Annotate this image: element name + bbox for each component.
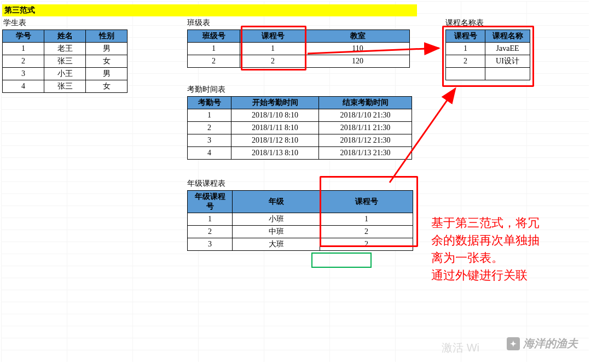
- cell: 张三: [44, 55, 86, 68]
- cell: 男: [86, 68, 128, 80]
- cell: [446, 68, 485, 80]
- cell: 2018/1/10 21:30: [319, 109, 412, 122]
- class-caption: 班级表: [187, 17, 210, 28]
- th-att-id: 考勤号: [188, 97, 231, 109]
- cell: 1: [446, 43, 485, 55]
- cell: UI设计: [485, 55, 530, 68]
- cell: 2018/1/12 21:30: [319, 134, 412, 147]
- wechat-icon: ✦: [507, 337, 520, 350]
- cell: 3: [188, 238, 233, 251]
- student-table: 学号 姓名 性别 1老王男 2张三女 3小王男 4张三女: [2, 30, 128, 93]
- cell: 1: [240, 43, 306, 55]
- course-caption: 课程名称表: [445, 17, 484, 28]
- cell: 小王: [44, 68, 86, 80]
- cell: 2: [240, 55, 306, 68]
- cell: 1: [188, 109, 231, 122]
- anno-line-1: 基于第三范式，将冗: [431, 214, 540, 232]
- watermark-text: 海洋的渔夫: [523, 336, 578, 351]
- cell: 2018/1/13 8:10: [231, 147, 319, 160]
- watermark: ✦ 海洋的渔夫: [507, 336, 578, 351]
- cell: 1: [3, 43, 44, 55]
- cell: 2: [188, 226, 233, 238]
- th-class-room: 教室: [306, 30, 410, 43]
- cell: 1: [320, 213, 413, 226]
- cell: 2: [188, 55, 240, 68]
- th-student-gender: 性别: [86, 30, 128, 43]
- gradecourse-caption: 年级课程表: [187, 178, 225, 189]
- th-gc-id: 年级课程号: [188, 191, 233, 213]
- cell: 大班: [233, 238, 320, 251]
- cell: 2018/1/11 8:10: [231, 122, 319, 134]
- attendance-caption: 考勤时间表: [187, 84, 225, 95]
- cell: 张三: [44, 80, 86, 93]
- cell: 1: [188, 213, 233, 226]
- anno-line-4: 通过外键进行关联: [431, 267, 540, 284]
- cell: 3: [188, 134, 231, 147]
- cell: 2018/1/11 21:30: [319, 122, 412, 134]
- cell: 女: [86, 80, 128, 93]
- cell: 120: [306, 55, 410, 68]
- cell: 2: [320, 238, 413, 251]
- th-class-courseid: 课程号: [240, 30, 306, 43]
- cell: [485, 68, 530, 80]
- cell: 2: [3, 55, 44, 68]
- cell: 老王: [44, 43, 86, 55]
- th-course-id: 课程号: [446, 30, 485, 43]
- cell: 小班: [233, 213, 320, 226]
- th-gc-courseid: 课程号: [320, 191, 413, 213]
- cell: 3: [3, 68, 44, 80]
- cell: 2018/1/10 8:10: [231, 109, 319, 122]
- th-gc-grade: 年级: [233, 191, 320, 213]
- course-table: 课程号 课程名称 1JavaEE 2UI设计: [445, 30, 530, 80]
- cell: 4: [3, 80, 44, 93]
- cell: 2: [188, 122, 231, 134]
- th-att-start: 开始考勤时间: [231, 97, 319, 109]
- cell: 2018/1/12 8:10: [231, 134, 319, 147]
- cell: 中班: [233, 226, 320, 238]
- cell: 1: [188, 43, 240, 55]
- student-caption: 学生表: [3, 17, 26, 28]
- cell-selection: [311, 253, 372, 268]
- cell: 2018/1/13 21:30: [319, 147, 412, 160]
- th-student-name: 姓名: [44, 30, 86, 43]
- title-bar: 第三范式: [2, 4, 417, 16]
- cell: 女: [86, 55, 128, 68]
- annotation-text: 基于第三范式，将冗 余的数据再次单独抽 离为一张表。 通过外键进行关联: [431, 214, 540, 284]
- cell: 110: [306, 43, 410, 55]
- windows-activation-hint: 激活 Wi: [442, 340, 479, 355]
- attendance-table: 考勤号 开始考勤时间 结束考勤时间 12018/1/10 8:102018/1/…: [187, 96, 412, 160]
- anno-line-2: 余的数据再次单独抽: [431, 232, 540, 249]
- th-course-name: 课程名称: [485, 30, 530, 43]
- th-class-id: 班级号: [188, 30, 240, 43]
- th-att-end: 结束考勤时间: [319, 97, 412, 109]
- cell: 男: [86, 43, 128, 55]
- class-table: 班级号 课程号 教室 11110 22120: [187, 30, 410, 68]
- cell: 2: [320, 226, 413, 238]
- spreadsheet-area: 第三范式 学生表 学号 姓名 性别 1老王男 2张三女 3小王男 4张三女 班级…: [1, 1, 589, 362]
- gradecourse-table: 年级课程号 年级 课程号 1小班1 2中班2 3大班2: [187, 190, 413, 251]
- cell: 2: [446, 55, 485, 68]
- anno-line-3: 离为一张表。: [431, 249, 540, 267]
- th-student-id: 学号: [3, 30, 44, 43]
- cell: JavaEE: [485, 43, 530, 55]
- cell: 4: [188, 147, 231, 160]
